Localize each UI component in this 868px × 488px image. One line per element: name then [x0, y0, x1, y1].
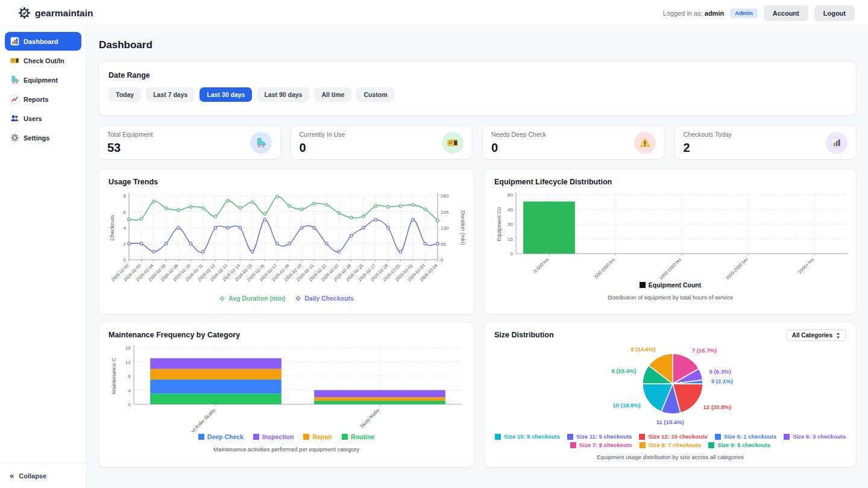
stat-card-currently-in-use: Currently In Use 0: [291, 125, 473, 160]
sidebar-item-check-out-in[interactable]: Check Out/In: [5, 51, 81, 70]
sidebar-item-reports[interactable]: Reports: [5, 90, 81, 108]
logout-button[interactable]: Logout: [814, 5, 855, 21]
legend-swatch: [708, 442, 714, 448]
svg-text:9 (10.4%): 9 (10.4%): [611, 368, 636, 374]
legend-swatch: [640, 442, 646, 448]
svg-text:1000-1500 hrs: 1000-1500 hrs: [658, 257, 683, 280]
ticket-icon: [10, 56, 19, 65]
collapse-button[interactable]: « Collapse: [0, 463, 86, 488]
sidebar-item-users[interactable]: Users: [5, 109, 81, 128]
sidebar-item-dashboard[interactable]: Dashboard: [5, 32, 81, 51]
stat-card-needs-deep-check: Needs Deep Check 0: [482, 125, 665, 160]
legend-item[interactable]: Size 5: 1 checkouts: [715, 433, 777, 440]
charts-grid: Usage Trends 02468065130195260CheckoutsD…: [98, 169, 857, 468]
legend-item[interactable]: Size 12: 10 checkouts: [639, 433, 707, 440]
svg-text:Maintenance C: Maintenance C: [111, 357, 117, 394]
svg-text:0-500 hrs: 0-500 hrs: [533, 257, 550, 274]
svg-text:4: 4: [128, 388, 131, 393]
legend-swatch: [253, 434, 259, 440]
maintenance-chart: 0481216Maintenance CQuad Roller SkatesSk…: [108, 343, 465, 432]
stat-label: Currently In Use: [300, 131, 345, 138]
lifecycle-legend: Equipment Count: [494, 281, 846, 289]
account-button[interactable]: Account: [764, 5, 808, 21]
stat-card-checkouts-today: Checkouts Today 2: [675, 125, 857, 160]
select-arrows-icon: [836, 333, 840, 339]
stat-label: Needs Deep Check: [491, 131, 546, 138]
sidebar-item-label: Equipment: [24, 77, 58, 84]
legend-item[interactable]: Size 6: 3 checkouts: [784, 433, 846, 440]
svg-text:0: 0: [511, 251, 514, 257]
svg-text:500-1000 hrs: 500-1000 hrs: [594, 257, 617, 280]
svg-text:Duration (min): Duration (min): [460, 210, 465, 245]
date-range-alltime-button[interactable]: All time: [314, 87, 351, 102]
maintenance-card: Maintenance Frequency by Category 048121…: [98, 322, 474, 468]
legend-item[interactable]: Avg Duration (min): [219, 295, 285, 302]
gear-check-logo-icon: [18, 7, 31, 19]
sidebar-item-equipment[interactable]: Equipment: [5, 70, 81, 89]
roller-skate-icon: [10, 75, 19, 84]
svg-text:45: 45: [508, 207, 513, 213]
stat-label: Checkouts Today: [684, 131, 732, 138]
date-range-today-button[interactable]: Today: [108, 87, 141, 102]
legend-swatch: [495, 434, 501, 440]
svg-text:Equipment Co: Equipment Co: [496, 207, 502, 241]
svg-text:4: 4: [124, 225, 127, 231]
legend-item[interactable]: Size 9: 5 checkouts: [708, 442, 770, 448]
legend-item[interactable]: Repair: [303, 433, 332, 440]
gear-icon: [10, 133, 19, 142]
legend-item[interactable]: Size 8: 7 checkouts: [640, 442, 702, 448]
svg-text:16: 16: [125, 345, 131, 351]
sidebar-item-settings[interactable]: Settings: [5, 128, 81, 147]
svg-text:0: 0: [441, 257, 444, 263]
date-range-30days-button[interactable]: Last 30 days: [200, 87, 252, 102]
svg-text:2000+ hrs: 2000+ hrs: [797, 257, 815, 275]
date-range-90days-button[interactable]: Last 90 days: [257, 87, 309, 102]
svg-text:30: 30: [508, 222, 513, 227]
size-distribution-chart: 7 (16.7%)6 (6.3%)5 (2.1%)12 (20.8%)11 (1…: [494, 343, 851, 431]
maintenance-title: Maintenance Frequency by Category: [108, 331, 464, 339]
size-distribution-card: Size Distribution All Categories 7 (16.7…: [484, 322, 857, 468]
brand: gearmaintain: [18, 7, 93, 19]
svg-text:6: 6: [124, 210, 127, 215]
svg-text:8: 8: [124, 193, 127, 199]
username: admin: [705, 10, 724, 17]
date-range-buttons: Today Last 7 days Last 30 days Last 90 d…: [108, 87, 846, 102]
ticket-icon: [442, 132, 464, 154]
bar-chart-icon: [10, 37, 19, 46]
date-range-custom-button[interactable]: Custom: [356, 87, 394, 102]
legend-swatch: [567, 434, 573, 440]
roller-skate-icon: [250, 132, 272, 154]
legend-item[interactable]: Deep Check: [198, 433, 244, 440]
warning-icon: [634, 132, 656, 154]
legend-swatch: [639, 434, 645, 440]
usage-trends-legend: Avg Duration (min)Daily Checkouts: [108, 295, 464, 302]
legend-swatch: [342, 434, 348, 440]
sidebar-item-label: Dashboard: [24, 38, 58, 45]
legend-item[interactable]: Inspection: [253, 433, 294, 440]
legend-item[interactable]: Size 11: 5 checkouts: [567, 433, 632, 440]
svg-text:15: 15: [508, 237, 513, 242]
lifecycle-card: Equipment Lifecycle Distribution 0153045…: [484, 169, 857, 314]
category-filter-select[interactable]: All Categories: [786, 330, 846, 341]
legend-item[interactable]: Daily Checkouts: [295, 295, 354, 302]
svg-text:8: 8: [128, 374, 131, 379]
role-badge: Admin: [730, 8, 758, 18]
stat-value: 53: [107, 141, 153, 155]
main-content: Dashboard Date Range Today Last 7 days L…: [87, 27, 868, 488]
svg-text:2: 2: [124, 242, 127, 247]
chart-up-icon: [10, 95, 19, 104]
lifecycle-caption: Distribution of equipment by total hours…: [494, 294, 846, 301]
legend-item[interactable]: Size 10: 9 checkouts: [495, 433, 560, 440]
legend-item[interactable]: Equipment Count: [640, 281, 702, 289]
legend-item[interactable]: Routine: [342, 433, 374, 440]
date-range-7days-button[interactable]: Last 7 days: [146, 87, 195, 102]
legend-item[interactable]: Size 7: 8 checkouts: [570, 442, 632, 448]
svg-text:0: 0: [128, 402, 131, 407]
svg-text:195: 195: [441, 210, 449, 215]
stat-value: 2: [684, 141, 732, 155]
svg-text:12: 12: [125, 360, 131, 365]
svg-text:6 (6.3%): 6 (6.3%): [709, 368, 731, 375]
date-range-title: Date Range: [108, 71, 846, 80]
stat-value: 0: [491, 141, 546, 155]
sidebar-item-label: Settings: [24, 134, 49, 142]
